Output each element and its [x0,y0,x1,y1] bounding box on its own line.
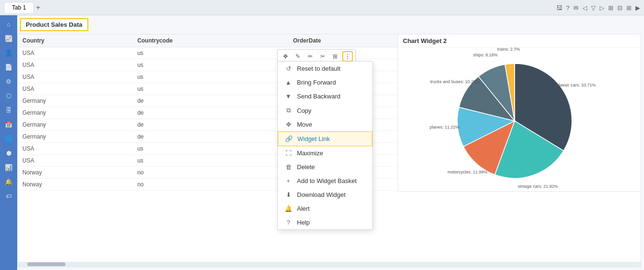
pie-chart: classic cars: 33.71%vintage cars: 21.92%… [419,52,620,185]
grid3-icon[interactable]: ⊞ [626,4,632,11]
pie-label: vintage cars: 21.92% [518,184,558,189]
sidebar-item-globe[interactable]: 🌐 [2,132,15,145]
top-icons-area: 🖫 ? ✉ ◁ ▽ ▷ ⊞ ⊟ ⊞ ▶ [556,4,640,11]
table-cell: Germany [18,107,133,119]
content-area: Product Sales Data Country Countrycode O… [17,15,644,270]
sidebar-item-group[interactable]: ⬢ [2,146,15,160]
table-cell: USA [18,47,133,59]
save-icon[interactable]: 🖫 [556,4,562,11]
pie-label: ships: 8.18% [473,53,498,57]
table-cell: Norway [18,167,133,179]
table-cell: de [133,95,288,107]
pencil-toolbar-btn[interactable]: ✏ [305,51,316,62]
table-cell: us [133,47,288,59]
menu-item-bring-forward[interactable]: ▲ Bring Forward [278,76,372,89]
sidebar: ⌂ 📈 👤 📄 ⚙ ⬡ 🗄 📅 🌐 ⬢ 📊 🔔 🏷 [0,15,17,270]
menu-item-download[interactable]: ⬇ Download Widget [278,188,372,202]
table-widget-title: Product Sales Data [17,15,644,34]
chart-widget: Chart Widget 2 classic cars: 33.71%vinta… [398,34,641,192]
table-cell: no [133,167,288,179]
move-toolbar-btn[interactable]: ✥ [280,51,291,62]
sidebar-item-puzzle[interactable]: ⬡ [2,89,15,102]
help-menu-icon: ? [285,219,292,226]
horizontal-scrollbar[interactable] [18,262,641,267]
move-icon: ✥ [285,121,292,128]
tab-bar: Tab 1 + 🖫 ? ✉ ◁ ▽ ▷ ⊞ ⊟ ⊞ ▶ [0,0,644,15]
table-cell: us [133,71,288,83]
more-options-toolbar-btn[interactable]: ⋮ [342,51,353,62]
chart-container: classic cars: 33.71%vintage cars: 21.92%… [398,48,641,189]
chart-widget-title: Chart Widget 2 [398,34,641,48]
nav-back-icon[interactable]: ◁ [582,4,587,11]
menu-item-add-basket[interactable]: + Add to Widget Basket [278,174,372,188]
col-country: Country [18,34,133,47]
pie-label: planes: 11.22% [430,125,459,130]
table-cell: USA [18,71,133,83]
sidebar-item-chart[interactable]: 📈 [2,32,15,45]
charttype-toolbar-btn[interactable]: ⊞ [330,51,340,62]
sidebar-item-calendar[interactable]: 📅 [2,118,15,131]
table-cell: Norway [18,179,133,191]
pie-label: classic cars: 33.71% [557,83,596,87]
table-cell: Germany [18,131,133,143]
menu-item-help[interactable]: ? Help [278,216,372,229]
sidebar-item-users[interactable]: 👤 [2,46,15,59]
context-menu: ↺ Reset to default ▲ Bring Forward ▼ Sen… [277,61,373,230]
sidebar-item-settings[interactable]: ⚙ [2,75,15,88]
menu-item-delete[interactable]: 🗑 Delete [278,160,372,174]
maximize-icon: ⛶ [285,150,292,157]
menu-item-send-backward[interactable]: ▼ Send Backward [278,89,372,103]
sidebar-item-analytics[interactable]: 📊 [2,161,15,174]
table-cell: USA [18,59,133,71]
table-cell: us [133,155,288,167]
table-cell: USA [18,155,133,167]
menu-item-copy[interactable]: ⧉ Copy [278,103,372,118]
bring-forward-icon: ▲ [285,79,292,86]
scroll-thumb[interactable] [27,262,65,266]
table-cell: us [133,59,288,71]
table-cell: de [133,119,288,131]
table-cell: de [133,107,288,119]
main-layout: ⌂ 📈 👤 📄 ⚙ ⬡ 🗄 📅 🌐 ⬢ 📊 🔔 🏷 Product Sales … [0,15,644,270]
basket-icon: + [285,177,292,184]
pie-label: trucks and buses: 10.28% [430,79,480,84]
table-cell: Germany [18,119,133,131]
play-icon[interactable]: ▶ [635,4,640,11]
reset-icon: ↺ [285,65,292,72]
nav-forward-icon[interactable]: ▷ [600,4,604,11]
edit-toolbar-btn[interactable]: ✎ [293,51,303,62]
widget-link-icon: 🔗 [285,135,293,142]
table-cell: USA [18,83,133,95]
menu-item-alert[interactable]: 🔔 Alert [278,202,372,216]
mail-icon[interactable]: ✉ [573,4,579,11]
sidebar-item-document[interactable]: 📄 [2,60,15,74]
add-tab-button[interactable]: + [36,4,40,11]
sidebar-item-database[interactable]: 🗄 [2,103,15,117]
grid2-icon[interactable]: ⊟ [617,4,623,11]
menu-item-maximize[interactable]: ⛶ Maximize [278,146,372,160]
menu-item-reset[interactable]: ↺ Reset to default [278,62,372,76]
table-cell: us [133,143,288,155]
nav-down-icon[interactable]: ▽ [591,4,596,11]
table-cell: de [133,131,288,143]
col-countrycode: Countrycode [133,34,288,47]
copy-icon: ⧉ [285,107,292,114]
alert-menu-icon: 🔔 [285,205,292,212]
menu-item-move[interactable]: ✥ Move [278,118,372,131]
help-icon[interactable]: ? [566,4,570,11]
menu-item-widget-link[interactable]: 🔗 Widget Link [278,131,372,146]
pie-label: motorcycles: 11.99% [447,170,487,174]
pie-label: trains: 2.7% [497,47,520,52]
sidebar-item-alert[interactable]: 🔔 [2,175,15,188]
send-backward-icon: ▼ [285,93,292,100]
table-cell: no [133,179,288,191]
table-cell: USA [18,143,133,155]
table-cell: Germany [18,95,133,107]
download-icon: ⬇ [285,191,292,198]
sidebar-item-home[interactable]: ⌂ [2,17,15,31]
scissors-toolbar-btn[interactable]: ✂ [317,51,328,62]
sidebar-item-tag[interactable]: 🏷 [2,189,15,203]
grid1-icon[interactable]: ⊞ [608,4,613,11]
tab-1[interactable]: Tab 1 [4,2,34,13]
delete-icon: 🗑 [285,163,292,171]
